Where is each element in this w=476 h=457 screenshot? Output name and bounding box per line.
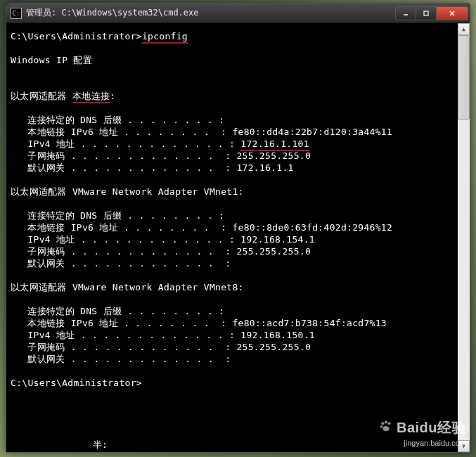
svg-rect-1 [424, 11, 428, 15]
minimize-button[interactable] [395, 6, 416, 20]
scroll-up-button[interactable]: ▲ [458, 23, 470, 35]
scroll-down-button[interactable]: ▼ [458, 440, 470, 452]
maximize-button[interactable] [416, 6, 437, 20]
console-output[interactable]: C:\Users\Administrator>ipconfig Windows … [6, 23, 458, 452]
window-controls [396, 6, 468, 20]
vertical-scrollbar[interactable]: ▲ ▼ [458, 23, 470, 452]
titlebar[interactable]: C: 管理员: C:\Windows\system32\cmd.exe [6, 4, 470, 23]
bottom-fragment-text: 半: [93, 439, 108, 451]
cmd-icon: C: [11, 8, 22, 19]
cmd-window: C: 管理员: C:\Windows\system32\cmd.exe C:\U… [6, 3, 470, 453]
scroll-track[interactable] [458, 35, 470, 440]
window-title: 管理员: C:\Windows\system32\cmd.exe [26, 7, 396, 19]
console-area: C:\Users\Administrator>ipconfig Windows … [6, 23, 470, 452]
close-button[interactable] [436, 6, 468, 20]
scroll-thumb[interactable] [458, 35, 470, 120]
